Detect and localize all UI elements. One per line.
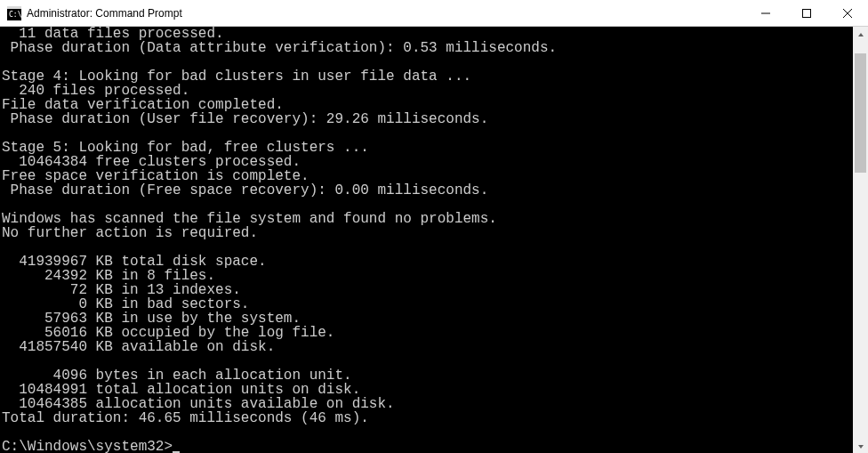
terminal-line: Stage 4: Looking for bad clusters in use… <box>2 69 853 84</box>
chevron-up-icon <box>857 31 864 38</box>
window-frame: C:\ Administrator: Command Prompt 11 dat… <box>0 0 868 453</box>
terminal-line: Free space verification is complete. <box>2 169 853 183</box>
terminal-line: 240 files processed. <box>2 84 853 98</box>
vertical-scrollbar[interactable] <box>853 27 868 453</box>
terminal-line: Total duration: 46.65 milliseconds (46 m… <box>2 411 853 425</box>
window-title: Administrator: Command Prompt <box>27 7 182 20</box>
svg-marker-8 <box>858 445 864 449</box>
terminal-line <box>2 55 853 69</box>
terminal-line <box>2 425 853 440</box>
terminal-line: 11 data files processed. <box>2 27 853 41</box>
close-button[interactable] <box>827 0 868 27</box>
cmd-icon: C:\ <box>7 6 21 20</box>
terminal-line <box>2 126 853 141</box>
terminal-line: 72 KB in 13 indexes. <box>2 283 853 297</box>
titlebar[interactable]: C:\ Administrator: Command Prompt <box>0 0 868 27</box>
scroll-up-button[interactable] <box>853 27 868 42</box>
maximize-button[interactable] <box>786 0 827 27</box>
terminal-line <box>2 240 853 255</box>
prompt-text: C:\Windows\system32> <box>2 440 173 453</box>
terminal-line: Windows has scanned the file system and … <box>2 212 853 226</box>
terminal-line: 0 KB in bad sectors. <box>2 297 853 311</box>
terminal-line <box>2 198 853 212</box>
terminal-line: 57963 KB in use by the system. <box>2 311 853 326</box>
minimize-icon <box>761 9 770 18</box>
terminal-line: Phase duration (Data attribute verificat… <box>2 41 853 55</box>
minimize-button[interactable] <box>745 0 786 27</box>
svg-rect-4 <box>803 9 811 17</box>
terminal-line: 10464384 free clusters processed. <box>2 155 853 169</box>
scroll-down-button[interactable] <box>853 439 868 453</box>
terminal-line <box>2 354 853 368</box>
terminal-line: Phase duration (Free space recovery): 0.… <box>2 183 853 198</box>
scrollbar-track[interactable] <box>853 42 868 439</box>
scrollbar-thumb[interactable] <box>855 53 866 173</box>
prompt-line[interactable]: C:\Windows\system32> <box>2 440 853 453</box>
terminal-line: 56016 KB occupied by the log file. <box>2 326 853 340</box>
terminal-line: 41939967 KB total disk space. <box>2 255 853 269</box>
client-area: 11 data files processed. Phase duration … <box>0 27 868 453</box>
svg-text:C:\: C:\ <box>9 11 21 19</box>
chevron-down-icon <box>857 443 864 450</box>
svg-marker-7 <box>858 33 864 36</box>
terminal-line: 10464385 allocation units available on d… <box>2 397 853 411</box>
terminal-line: Stage 5: Looking for bad, free clusters … <box>2 141 853 155</box>
terminal-line: 41857540 KB available on disk. <box>2 340 853 354</box>
terminal-line: No further action is required. <box>2 226 853 240</box>
terminal-line: Phase duration (User file recovery): 29.… <box>2 112 853 126</box>
close-icon <box>843 9 852 18</box>
terminal-line: 4096 bytes in each allocation unit. <box>2 368 853 383</box>
svg-rect-1 <box>7 6 21 9</box>
terminal-line: 10484991 total allocation units on disk. <box>2 383 853 397</box>
terminal-line: File data verification completed. <box>2 98 853 112</box>
terminal-output[interactable]: 11 data files processed. Phase duration … <box>0 27 853 453</box>
terminal-line: 24392 KB in 8 files. <box>2 269 853 283</box>
maximize-icon <box>802 9 811 18</box>
